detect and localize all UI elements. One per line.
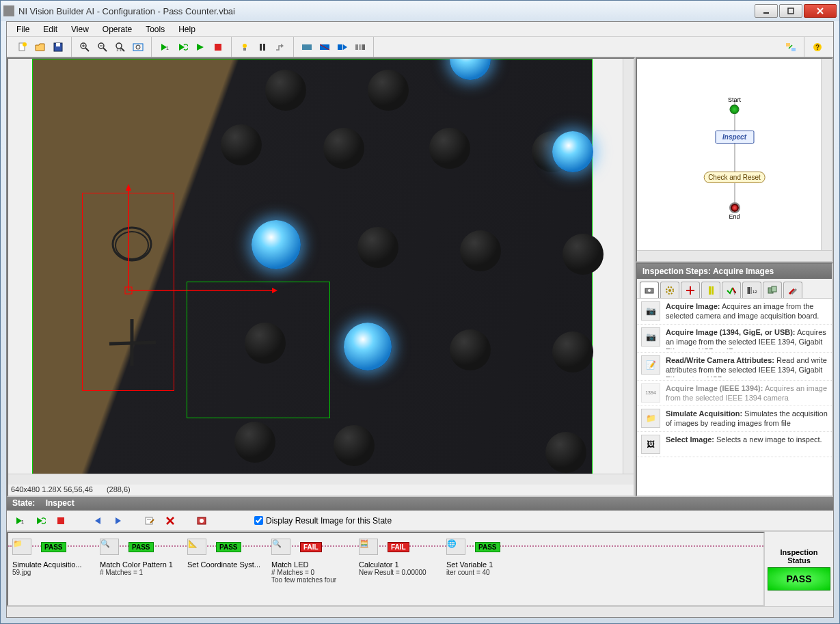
display-result-checkbox[interactable]: Display Result Image for this State: [254, 516, 392, 526]
step-item[interactable]: 📁Simulate Acquisition: Simulates the acq…: [637, 406, 832, 432]
step-item[interactable]: 📷Acquire Image (1394, GigE, or USB): Acq…: [637, 325, 832, 353]
led-on: [552, 131, 593, 172]
run-loop-button[interactable]: [175, 40, 190, 55]
palette-1-button[interactable]: [299, 40, 314, 55]
seq-run-once-button[interactable]: 1: [12, 513, 27, 528]
menu-file[interactable]: File: [10, 23, 36, 36]
menu-operate[interactable]: Operate: [96, 23, 139, 36]
palette-2-button[interactable]: [317, 40, 332, 55]
tab-additional-tools[interactable]: [783, 282, 802, 298]
svg-rect-26: [302, 44, 312, 50]
menu-help[interactable]: Help: [172, 23, 202, 36]
palette-4-button[interactable]: [353, 40, 368, 55]
image-horizontal-scrollbar[interactable]: [8, 474, 634, 485]
image-viewer[interactable]: [8, 59, 623, 474]
svg-rect-59: [772, 286, 776, 292]
image-vertical-scrollbar[interactable]: [623, 59, 634, 474]
node-check-reset[interactable]: Check and Reset: [703, 172, 766, 183]
save-button[interactable]: [51, 40, 66, 55]
svg-rect-50: [709, 286, 711, 295]
new-button[interactable]: [15, 40, 30, 55]
seq-next-button[interactable]: [111, 513, 126, 528]
svg-rect-32: [786, 43, 790, 46]
tab-locate-features[interactable]: [681, 282, 700, 298]
seq-stop-button[interactable]: [53, 513, 68, 528]
main-area: 640x480 1.28X 56,56,46 (288,6) Start: [7, 57, 833, 497]
node-inspect[interactable]: Inspect: [715, 131, 754, 144]
zoom-1to1-button[interactable]: 1:1: [113, 40, 128, 55]
svg-text:1: 1: [21, 519, 24, 524]
inspection-status-label1: Inspection: [768, 548, 830, 556]
led-off: [450, 329, 491, 370]
seq-step-set-coordinate-system[interactable]: 📐PASS Set Coordinate Syst...: [187, 537, 266, 601]
pause-button[interactable]: [255, 40, 270, 55]
state-horizontal-scrollbar[interactable]: [637, 250, 832, 261]
open-button[interactable]: [33, 40, 48, 55]
seq-prev-button[interactable]: [90, 513, 105, 528]
zoom-in-button[interactable]: [77, 40, 92, 55]
seq-step-simulate-acquisition[interactable]: 📁PASS Simulate Acquisitio... 59.jpg: [12, 537, 94, 601]
sequence-horizontal-scrollbar[interactable]: [7, 606, 833, 617]
variable-icon: 🌐: [446, 539, 465, 555]
seq-edit-button[interactable]: [142, 513, 157, 528]
step-item[interactable]: 1394Acquire Image (IEEE 1394): Acquires …: [637, 381, 832, 407]
seq-step-match-led[interactable]: 🔍FAIL Match LED # Matches = 0 Too few ma…: [271, 537, 353, 601]
svg-rect-28: [338, 44, 342, 50]
led-off: [368, 70, 409, 111]
steps-list[interactable]: 📷Acquire Image: Acquires an image from t…: [637, 299, 832, 496]
zoom-fit-button[interactable]: [131, 40, 146, 55]
step-item[interactable]: 🖼Select Image: Selects a new image to in…: [637, 432, 832, 457]
seq-overlay-button[interactable]: [194, 513, 209, 528]
run-button[interactable]: [193, 40, 208, 55]
stop-button[interactable]: [211, 40, 226, 55]
run-once-button[interactable]: 1: [157, 40, 172, 55]
svg-text:1: 1: [166, 46, 169, 51]
state-diagram-panel[interactable]: Start Inspect Check and Reset End: [636, 57, 833, 262]
close-button[interactable]: [804, 4, 837, 18]
display-result-input[interactable]: [254, 516, 263, 525]
step-item[interactable]: 📝Read/Write Camera Attributes: Read and …: [637, 353, 832, 381]
inspection-status-label2: Status: [768, 556, 830, 565]
tab-presence[interactable]: ?: [722, 282, 741, 298]
sequence-scroll[interactable]: 📁PASS Simulate Acquisitio... 59.jpg 🔍PAS…: [7, 532, 765, 606]
seq-delete-button[interactable]: [163, 513, 178, 528]
toggle-view-button[interactable]: [783, 40, 798, 55]
seq-run-loop-button[interactable]: [33, 513, 48, 528]
menu-view[interactable]: View: [64, 23, 96, 36]
status-badge: PASS: [475, 542, 500, 552]
palette-3-button[interactable]: [335, 40, 350, 55]
steps-tabs: ? 123: [637, 279, 832, 299]
svg-text:123: 123: [753, 290, 757, 294]
menu-tools[interactable]: Tools: [139, 23, 172, 36]
maximize-button[interactable]: [779, 4, 802, 18]
svg-point-69: [200, 519, 204, 523]
highlight-button[interactable]: [237, 40, 252, 55]
tab-measure-features[interactable]: [701, 282, 720, 298]
seq-step-calculator[interactable]: 🧮FAIL Calculator 1 New Result = 0.00000: [359, 537, 441, 601]
sequence-toolbar: 1 Display Result Image for this State: [7, 511, 833, 531]
step-item[interactable]: 📷Acquire Image: Acquires an image from t…: [637, 299, 832, 325]
svg-point-47: [668, 289, 671, 292]
zoom-out-button[interactable]: [95, 40, 110, 55]
tab-acquire-images[interactable]: [640, 282, 659, 298]
help-button[interactable]: ?: [810, 40, 825, 55]
tab-enhance-images[interactable]: [660, 282, 679, 298]
camera-icon: 📷: [641, 327, 660, 347]
inner-frame: File Edit View Operate Tools Help 1:1 1: [6, 21, 834, 618]
minimize-button[interactable]: [755, 4, 778, 18]
seq-step-match-color-pattern[interactable]: 🔍PASS Match Color Pattern 1 # Matches = …: [100, 537, 182, 601]
svg-rect-51: [712, 286, 714, 295]
tab-communicate[interactable]: [763, 282, 782, 298]
led-off: [563, 234, 604, 275]
led-on: [450, 59, 491, 80]
tab-identify[interactable]: 123: [742, 282, 761, 298]
step-button[interactable]: [273, 40, 288, 55]
svg-rect-30: [359, 44, 362, 50]
image-status-coords: 640x480 1.28X 56,56,46: [11, 485, 93, 495]
state-value: Inspect: [46, 498, 74, 508]
match-icon: 🔍: [271, 539, 290, 555]
seq-step-set-variable[interactable]: 🌐PASS Set Variable 1 iter count = 40: [446, 537, 528, 601]
svg-rect-1: [788, 8, 794, 14]
menu-edit[interactable]: Edit: [36, 23, 64, 36]
state-label: State:: [12, 498, 35, 508]
